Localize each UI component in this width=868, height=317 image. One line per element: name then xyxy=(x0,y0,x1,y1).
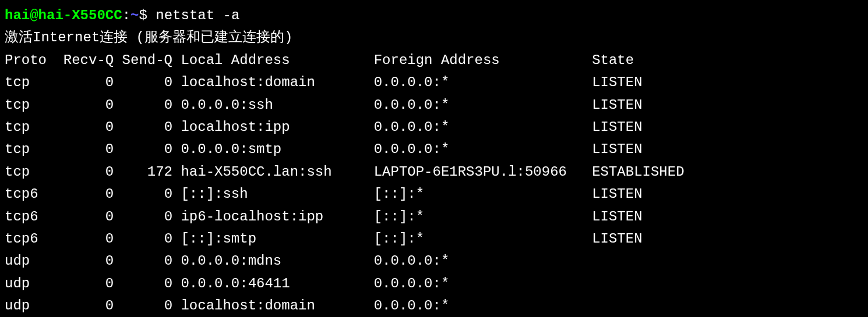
prompt-colon: : xyxy=(122,5,130,27)
cell-proto: udp xyxy=(5,295,47,317)
cell-sendq: 172 xyxy=(114,161,172,183)
cell-sendq: 0 xyxy=(114,94,172,116)
terminal-prompt-line[interactable]: hai@hai-X550CC : ~ $ netstat -a xyxy=(5,5,863,27)
prompt-path: ~ xyxy=(130,5,139,27)
cell-foreign: 0.0.0.0:* xyxy=(374,94,592,116)
cell-sendq: 0 xyxy=(114,228,172,250)
table-row: tcp00localhost:ipp0.0.0.0:*LISTEN xyxy=(5,116,863,138)
col-header-sendq: Send-Q xyxy=(114,49,172,72)
cell-recvq: 0 xyxy=(47,273,114,295)
typed-command xyxy=(147,5,156,27)
cell-recvq: 0 xyxy=(47,250,114,272)
cell-state: LISTEN xyxy=(592,94,642,116)
cell-local: [::]:ssh xyxy=(172,183,374,205)
cell-recvq: 0 xyxy=(47,183,114,205)
cell-recvq: 0 xyxy=(47,228,114,250)
cell-local: ip6-localhost:ipp xyxy=(172,206,374,228)
prompt-symbol: $ xyxy=(139,5,147,27)
cell-proto: tcp xyxy=(5,161,47,183)
table-row: tcp00localhost:domain0.0.0.0:*LISTEN xyxy=(5,72,863,94)
cell-local: 0.0.0.0:46411 xyxy=(172,273,374,295)
cell-recvq: 0 xyxy=(47,295,114,317)
table-row: udp000.0.0.0:mdns0.0.0.0:* xyxy=(5,250,863,272)
col-header-local: Local Address xyxy=(172,49,374,72)
cell-recvq: 0 xyxy=(47,72,114,94)
cell-proto: tcp xyxy=(5,72,47,94)
cell-state: ESTABLISHED xyxy=(592,161,684,183)
cell-recvq: 0 xyxy=(47,94,114,116)
cell-foreign: 0.0.0.0:* xyxy=(374,72,592,94)
cell-sendq: 0 xyxy=(114,116,172,138)
table-row: tcp600[::]:smtp[::]:*LISTEN xyxy=(5,228,863,250)
col-header-recvq: Recv-Q xyxy=(47,49,114,72)
cell-sendq: 0 xyxy=(114,138,172,161)
cell-sendq: 0 xyxy=(114,273,172,295)
col-header-state: State xyxy=(592,49,634,72)
cell-local: hai-X550CC.lan:ssh xyxy=(172,161,374,183)
output-header: 激活Internet连接 (服务器和已建立连接的) xyxy=(5,27,863,49)
cell-local: 0.0.0.0:mdns xyxy=(172,250,374,272)
table-row: tcp600ip6-localhost:ipp[::]:*LISTEN xyxy=(5,206,863,228)
cell-local: localhost:domain xyxy=(172,72,374,94)
col-header-proto: Proto xyxy=(5,49,47,72)
cell-state: LISTEN xyxy=(592,116,642,138)
table-row: udp000.0.0.0:464110.0.0.0:* xyxy=(5,273,863,295)
cell-sendq: 0 xyxy=(114,206,172,228)
cell-foreign: LAPTOP-6E1RS3PU.l:50966 xyxy=(374,161,592,183)
cell-proto: tcp xyxy=(5,116,47,138)
cell-proto: udp xyxy=(5,250,47,272)
cell-foreign: [::]:* xyxy=(374,228,592,250)
cell-foreign: 0.0.0.0:* xyxy=(374,273,592,295)
table-row: udp00localhost:domain0.0.0.0:* xyxy=(5,295,863,317)
command-text: netstat -a xyxy=(156,5,239,27)
cell-sendq: 0 xyxy=(114,183,172,205)
table-body: tcp00localhost:domain0.0.0.0:*LISTENtcp0… xyxy=(5,72,863,317)
cell-foreign: [::]:* xyxy=(374,183,592,205)
cell-recvq: 0 xyxy=(47,138,114,161)
cell-foreign: 0.0.0.0:* xyxy=(374,250,592,272)
cell-state: LISTEN xyxy=(592,72,642,94)
cell-state: LISTEN xyxy=(592,206,642,228)
cell-foreign: 0.0.0.0:* xyxy=(374,138,592,161)
cell-local: [::]:smtp xyxy=(172,228,374,250)
cell-sendq: 0 xyxy=(114,72,172,94)
table-row: tcp000.0.0.0:smtp0.0.0.0:*LISTEN xyxy=(5,138,863,161)
prompt-user-host: hai@hai-X550CC xyxy=(5,5,122,27)
table-row: tcp0172hai-X550CC.lan:sshLAPTOP-6E1RS3PU… xyxy=(5,161,863,183)
cell-proto: tcp6 xyxy=(5,228,47,250)
cell-local: 0.0.0.0:ssh xyxy=(172,94,374,116)
cell-proto: tcp6 xyxy=(5,183,47,205)
cell-proto: udp xyxy=(5,273,47,295)
table-header-row: Proto Recv-Q Send-Q Local Address Foreig… xyxy=(5,49,863,72)
cell-recvq: 0 xyxy=(47,116,114,138)
cell-foreign: 0.0.0.0:* xyxy=(374,116,592,138)
cell-local: localhost:ipp xyxy=(172,116,374,138)
table-row: tcp000.0.0.0:ssh0.0.0.0:*LISTEN xyxy=(5,94,863,116)
cell-state: LISTEN xyxy=(592,228,642,250)
cell-local: 0.0.0.0:smtp xyxy=(172,138,374,161)
cell-state: LISTEN xyxy=(592,183,642,205)
cell-proto: tcp xyxy=(5,138,47,161)
cell-foreign: 0.0.0.0:* xyxy=(374,295,592,317)
cell-state: LISTEN xyxy=(592,138,642,161)
cell-proto: tcp xyxy=(5,94,47,116)
table-row: tcp600[::]:ssh[::]:*LISTEN xyxy=(5,183,863,205)
cell-foreign: [::]:* xyxy=(374,206,592,228)
cell-recvq: 0 xyxy=(47,206,114,228)
col-header-foreign: Foreign Address xyxy=(374,49,592,72)
cell-proto: tcp6 xyxy=(5,206,47,228)
cell-sendq: 0 xyxy=(114,250,172,272)
cell-local: localhost:domain xyxy=(172,295,374,317)
cell-sendq: 0 xyxy=(114,295,172,317)
cell-recvq: 0 xyxy=(47,161,114,183)
